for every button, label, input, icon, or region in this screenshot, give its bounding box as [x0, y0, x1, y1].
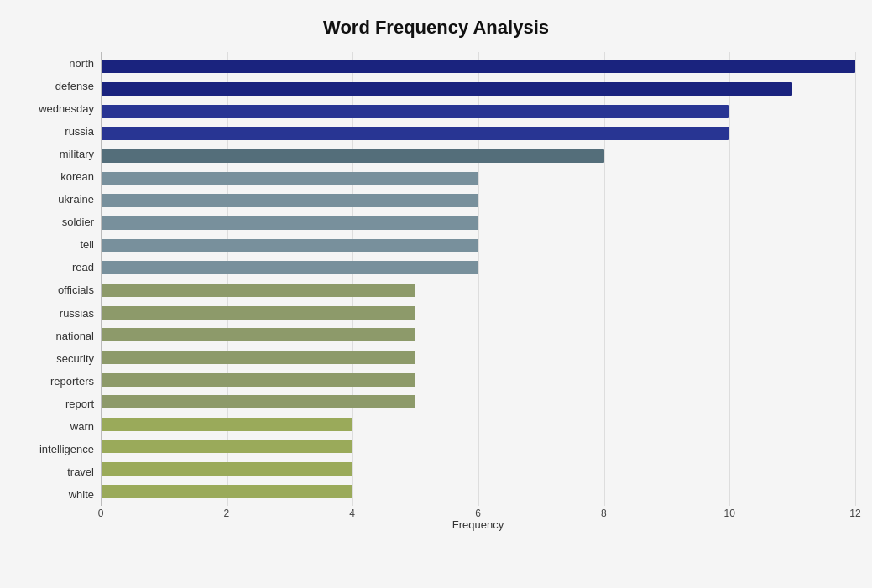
y-label: ukraine — [58, 194, 94, 205]
bar — [102, 239, 478, 252]
bar — [102, 485, 352, 498]
bars-wrapper — [102, 52, 855, 506]
y-label: reporters — [50, 376, 94, 387]
y-label: national — [55, 330, 94, 341]
y-axis: northdefensewednesdayrussiamilitarykorea… — [17, 52, 101, 531]
bar-row — [102, 55, 855, 78]
x-axis: 024681012 Frequency — [101, 506, 855, 531]
chart-container: Word Frequency Analysis northdefensewedn… — [0, 0, 872, 588]
x-tick-label: 12 — [849, 507, 860, 519]
bar-row — [102, 167, 855, 190]
y-label: read — [72, 262, 94, 273]
x-tick-label: 2 — [223, 507, 229, 519]
bar-row — [102, 346, 855, 369]
bar-row — [102, 100, 855, 122]
bar — [102, 418, 352, 431]
bar-row — [102, 78, 855, 101]
bar-row — [102, 145, 855, 168]
bar-row — [102, 435, 855, 458]
bar-row — [102, 458, 855, 481]
y-label: russia — [65, 126, 94, 137]
bar-row — [102, 301, 855, 324]
bar — [102, 395, 415, 408]
y-label: security — [56, 353, 94, 364]
bar-row — [102, 480, 855, 502]
bar-row — [102, 391, 855, 414]
bar — [102, 127, 729, 140]
x-tick-label: 0 — [98, 507, 104, 519]
bar — [102, 328, 415, 341]
x-tick-label: 6 — [475, 507, 481, 519]
bar — [102, 216, 478, 230]
bars-section — [101, 52, 855, 506]
bar-row — [102, 234, 855, 257]
bar — [102, 284, 415, 297]
bar-row — [102, 279, 855, 302]
bar — [102, 149, 604, 163]
plot-area: 024681012 Frequency — [101, 52, 855, 531]
bar-row — [102, 190, 855, 212]
x-tick-label: 4 — [349, 507, 355, 519]
y-label: soldier — [62, 216, 94, 227]
x-ticks: 024681012 — [101, 506, 855, 515]
bar — [102, 373, 415, 387]
grid-line — [855, 52, 856, 506]
y-label: korean — [60, 171, 94, 182]
bar-row — [102, 122, 855, 145]
y-label: officials — [58, 284, 94, 295]
bar — [102, 261, 478, 274]
x-tick-label: 10 — [723, 507, 734, 519]
bar — [102, 306, 415, 320]
bar-row — [102, 368, 855, 391]
y-label: defense — [55, 81, 94, 91]
y-label: wednesday — [39, 103, 94, 114]
bar-row — [102, 212, 855, 235]
x-tick-label: 8 — [601, 507, 607, 519]
bar-row — [102, 414, 855, 436]
y-label: report — [65, 398, 94, 409]
bar — [102, 82, 792, 96]
y-label: warn — [70, 421, 94, 432]
bar — [102, 462, 352, 476]
x-axis-label: Frequency — [101, 518, 855, 531]
bar — [102, 194, 478, 207]
y-label: north — [69, 58, 94, 69]
bar — [102, 440, 352, 453]
bar — [102, 351, 415, 364]
y-label: russias — [60, 308, 94, 319]
bar-row — [102, 257, 855, 279]
bar — [102, 172, 478, 185]
chart-title: Word Frequency Analysis — [17, 17, 855, 39]
bar — [102, 60, 855, 73]
chart-area: northdefensewednesdayrussiamilitarykorea… — [17, 52, 855, 531]
y-label: white — [69, 489, 94, 500]
bar — [102, 105, 729, 118]
y-label: intelligence — [39, 444, 94, 455]
y-label: travel — [67, 466, 94, 477]
y-label: tell — [80, 239, 94, 250]
bar-row — [102, 324, 855, 346]
y-label: military — [60, 148, 94, 159]
